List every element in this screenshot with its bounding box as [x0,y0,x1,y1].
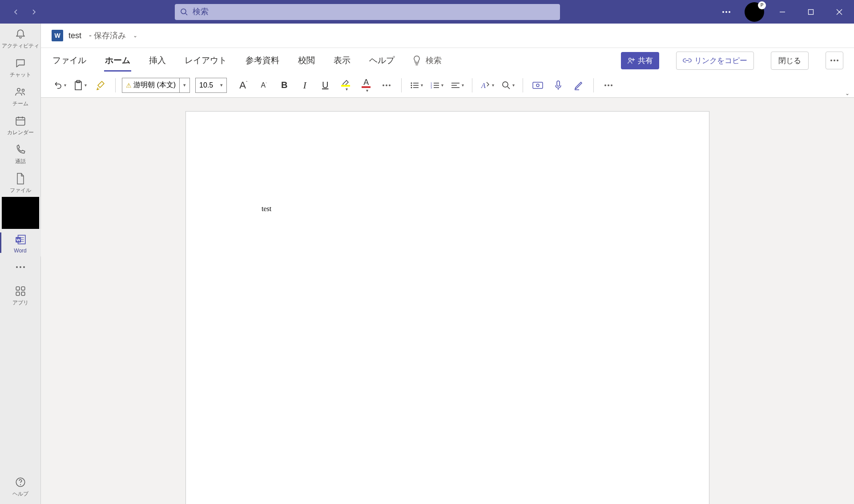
tab-help[interactable]: ヘルプ [368,52,395,69]
avatar[interactable]: P [745,2,764,22]
chevron-down-icon[interactable]: ▾ [217,82,226,88]
rail-word[interactable]: W Word [0,229,41,256]
editor-button[interactable] [570,77,587,94]
tab-home[interactable]: ホーム [104,52,131,69]
microphone-icon [554,80,562,91]
undo-button[interactable] [51,77,68,94]
rail-calls[interactable]: 通話 [0,139,41,168]
tab-references[interactable]: 参考資料 [245,52,280,69]
bullets-button[interactable] [408,77,425,94]
tab-insert[interactable]: 挿入 [148,52,167,69]
paintbrush-icon [96,80,105,91]
rail-chat[interactable]: チャット [0,52,41,81]
align-button[interactable] [449,77,466,94]
rail-teams[interactable]: チーム [0,81,41,110]
rail-help[interactable]: ヘルプ [0,472,41,500]
chevron-down-icon[interactable]: ▾ [180,82,189,88]
canvas[interactable]: test [41,98,854,504]
separator [472,78,472,92]
tell-me-search[interactable]: 検索 [412,55,442,66]
bell-icon [15,28,26,40]
rail-activity[interactable]: アクティビティ [0,24,41,52]
separator [593,78,594,92]
bold-button[interactable]: B [276,77,293,94]
word-app-icon: W [52,30,63,41]
format-painter-button[interactable] [92,77,109,94]
document-area: W test - 保存済み ⌄ ファイル ホーム 挿入 レイアウト 参考資料 校… [41,24,854,504]
styles-icon: A [480,81,490,90]
ribbon-more-button[interactable] [826,52,843,69]
font-color-button[interactable]: A [358,77,375,94]
forward-button[interactable] [27,5,41,19]
svg-point-2 [722,11,724,13]
lightbulb-icon [412,55,421,66]
close-doc-button[interactable]: 閉じる [771,52,809,70]
underline-button[interactable]: U [317,77,334,94]
tab-file[interactable]: ファイル [52,52,87,69]
rail-label: ヘルプ [12,490,28,498]
toolbar-more-button[interactable] [600,77,617,94]
svg-point-39 [386,84,387,86]
find-button[interactable] [500,77,516,94]
font-size-selector[interactable]: 10.5 ▾ [195,78,227,93]
chevron-left-icon [12,8,20,16]
back-button[interactable] [9,5,23,19]
share-button[interactable]: 共有 [621,52,659,69]
collapse-ribbon-button[interactable]: ⌄ [845,90,850,96]
rail-more[interactable] [0,256,41,280]
pen-icon [574,80,584,90]
maximize-button[interactable] [801,2,821,22]
search-icon [180,8,188,16]
word-icon: W [15,234,26,245]
tab-review[interactable]: 校閲 [297,52,316,69]
svg-point-4 [729,11,730,13]
svg-text:W: W [16,237,20,242]
reader-icon [532,81,543,90]
close-button[interactable] [829,2,850,22]
numbering-button[interactable]: 123 [428,77,445,94]
doc-header: W test - 保存済み ⌄ [41,24,854,48]
tab-layout[interactable]: レイアウト [184,52,228,69]
svg-point-35 [837,60,838,61]
ellipsis-icon [604,84,612,86]
doc-status-text: 保存済み [94,31,126,40]
svg-line-58 [508,87,510,89]
svg-point-33 [830,60,832,61]
presence-badge: P [758,1,766,9]
styles-button[interactable]: A [479,77,496,94]
ellipsis-icon [830,60,838,61]
italic-button[interactable]: I [296,77,313,94]
copy-link-button[interactable]: リンクをコピー [676,52,754,70]
global-search[interactable] [175,4,560,20]
dictate-button[interactable] [550,77,567,94]
minimize-button[interactable] [772,2,793,22]
font-selector[interactable]: ⚠游明朝 (本文) ▾ [122,78,190,93]
doc-title[interactable]: test [68,31,81,40]
paste-button[interactable] [72,77,89,94]
chevron-right-icon [30,8,37,16]
rail-files[interactable]: ファイル [0,168,41,197]
tab-view[interactable]: 表示 [333,52,351,69]
font-color-swatch [362,86,371,88]
document-body[interactable]: test [262,205,633,213]
immersive-reader-button[interactable] [529,77,546,94]
chevron-down-icon[interactable]: ⌄ [133,32,137,39]
svg-point-9 [17,88,20,91]
font-more-button[interactable] [378,77,395,94]
shrink-font-button[interactable]: Aˇ [255,77,272,94]
svg-line-1 [185,13,187,15]
bullets-icon [410,82,419,89]
more-button[interactable] [716,2,737,22]
search-input[interactable] [193,7,555,16]
highlight-button[interactable] [337,77,354,94]
chat-icon [15,57,26,69]
rail-app-tile[interactable] [2,197,39,229]
rail-apps[interactable]: アプリ [0,280,41,309]
rail-calendar[interactable]: カレンダー [0,110,41,139]
ellipsis-icon [383,84,391,86]
grow-font-button[interactable]: Aˆ [235,77,252,94]
document-page[interactable]: test [185,111,709,504]
rail-label: アプリ [12,299,28,307]
rail-label: チャット [10,71,31,79]
share-label: 共有 [638,56,653,66]
